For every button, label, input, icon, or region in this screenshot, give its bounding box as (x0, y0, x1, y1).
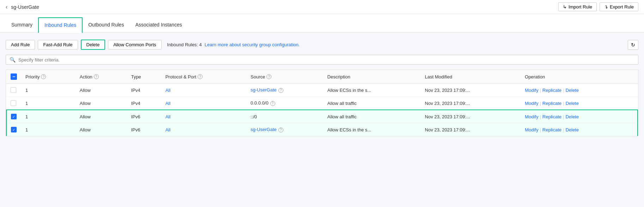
action-cell: Allow (76, 97, 127, 110)
table-row: 1AllowIPv6All::/0Allow all trafficNov 23… (6, 110, 638, 123)
action-cell: Allow (76, 110, 127, 123)
protocol-link[interactable]: All (165, 127, 170, 132)
replicate-link[interactable]: Replicate (542, 127, 561, 132)
action-cell: Allow (76, 84, 127, 97)
protocol-cell: All (161, 123, 246, 136)
delete-link[interactable]: Delete (566, 127, 579, 132)
operation-header: Operation (520, 70, 638, 84)
protocol-cell: All (161, 84, 246, 97)
replicate-link[interactable]: Replicate (542, 88, 561, 93)
description-cell: Allow ECSs in the s... (323, 84, 421, 97)
source-help-icon[interactable]: ? (278, 128, 283, 132)
source-text: ::/0 (251, 114, 257, 119)
modify-link[interactable]: Modify (525, 127, 538, 132)
op-separator-1: | (540, 101, 541, 106)
op-separator-1: | (540, 127, 541, 132)
delete-link[interactable]: Delete (566, 101, 579, 106)
row-checkbox[interactable] (11, 87, 16, 93)
source-help-icon[interactable]: ? (266, 74, 271, 79)
operation-cell: Modify|Replicate|Delete (520, 110, 638, 123)
source-cell: ::/0 (246, 110, 323, 123)
modify-link[interactable]: Modify (525, 101, 538, 106)
tab-associated-instances[interactable]: Associated Instances (130, 18, 187, 32)
search-input[interactable] (18, 57, 634, 63)
delete-link[interactable]: Delete (566, 114, 579, 119)
replicate-link[interactable]: Replicate (542, 114, 561, 119)
op-separator-2: | (563, 101, 564, 106)
content-area: Add Rule Fast-Add Rule Delete Allow Comm… (0, 32, 644, 207)
action-header: Action ? (76, 70, 127, 84)
tab-outbound-rules[interactable]: Outbound Rules (83, 18, 130, 32)
search-icon: 🔍 (10, 57, 16, 63)
table-row: 1AllowIPv4Allsg-UserGate?Allow ECSs in t… (6, 84, 638, 97)
source-header: Source ? (246, 70, 323, 84)
type-header: Type (127, 70, 161, 84)
source-cell: sg-UserGate? (246, 123, 323, 136)
protocol-header: Protocol & Port ? (161, 70, 246, 84)
protocol-cell: All (161, 97, 246, 110)
allow-common-ports-button[interactable]: Allow Common Ports (108, 40, 161, 49)
refresh-button[interactable]: ↻ (628, 40, 638, 50)
source-help-icon[interactable]: ? (270, 101, 275, 106)
last-modified-header: Last Modified (421, 70, 520, 84)
last-modified-cell: Nov 23, 2023 17:09:... (421, 84, 520, 97)
tab-bar: Summary Inbound Rules Outbound Rules Ass… (0, 14, 644, 32)
top-bar-right: ↳ Import Rule ↴ Export Rule (558, 2, 638, 11)
row-checkbox[interactable] (11, 114, 17, 119)
add-rule-button[interactable]: Add Rule (6, 40, 35, 49)
row-checkbox[interactable] (11, 127, 17, 132)
delete-button[interactable]: Delete (81, 40, 106, 50)
replicate-link[interactable]: Replicate (542, 101, 561, 106)
action-help-icon[interactable]: ? (94, 74, 99, 79)
checkbox-header[interactable] (6, 70, 21, 84)
op-separator-2: | (563, 114, 564, 119)
priority-help-icon[interactable]: ? (41, 74, 46, 79)
modify-link[interactable]: Modify (525, 114, 538, 119)
tab-inbound-rules[interactable]: Inbound Rules (38, 17, 83, 33)
modify-link[interactable]: Modify (525, 88, 538, 93)
export-icon: ↴ (604, 4, 608, 10)
row-checkbox[interactable] (11, 100, 16, 106)
protocol-help-icon[interactable]: ? (198, 74, 203, 79)
protocol-cell: All (161, 110, 246, 123)
fast-add-rule-button[interactable]: Fast-Add Rule (38, 40, 78, 49)
learn-more-link[interactable]: Learn more about security group configur… (205, 42, 300, 47)
priority-header: Priority ? (21, 70, 76, 84)
rules-table: Priority ? Action ? Type (6, 70, 638, 136)
description-cell: Allow all traffic (323, 110, 421, 123)
operation-cell: Modify|Replicate|Delete (520, 123, 638, 136)
last-modified-cell: Nov 23, 2023 17:09:... (421, 123, 520, 136)
protocol-link[interactable]: All (165, 101, 170, 106)
table-row: 1AllowIPv6Allsg-UserGate?Allow ECSs in t… (6, 123, 638, 136)
operation-cell: Modify|Replicate|Delete (520, 97, 638, 110)
type-cell: IPv4 (127, 97, 161, 110)
priority-cell: 1 (21, 123, 76, 136)
search-bar: 🔍 (6, 55, 638, 65)
rules-info: Inbound Rules: 4 (167, 42, 202, 47)
priority-cell: 1 (21, 110, 76, 123)
op-separator-1: | (540, 114, 541, 119)
export-rule-button[interactable]: ↴ Export Rule (600, 2, 638, 11)
import-rule-button[interactable]: ↳ Import Rule (558, 2, 597, 11)
page-title: sg-UserGate (11, 4, 39, 10)
description-cell: Allow ECSs in the s... (323, 123, 421, 136)
priority-cell: 1 (21, 97, 76, 110)
delete-link[interactable]: Delete (566, 88, 579, 93)
last-modified-cell: Nov 23, 2023 17:09:... (421, 110, 520, 123)
protocol-link[interactable]: All (165, 114, 170, 119)
source-text: 0.0.0.0/0 (251, 100, 269, 106)
tab-summary[interactable]: Summary (6, 18, 38, 32)
last-modified-cell: Nov 23, 2023 17:09:... (421, 97, 520, 110)
top-bar-left: ‹ sg-UserGate (6, 4, 39, 10)
back-button[interactable]: ‹ (6, 4, 7, 10)
type-cell: IPv6 (127, 123, 161, 136)
description-cell: Allow all traffic (323, 97, 421, 110)
source-link[interactable]: sg-UserGate (251, 127, 277, 132)
table-header-row: Priority ? Action ? Type (6, 70, 638, 84)
source-cell: 0.0.0.0/0? (246, 97, 323, 110)
action-cell: Allow (76, 123, 127, 136)
source-link[interactable]: sg-UserGate (251, 87, 277, 93)
op-separator-1: | (540, 88, 541, 93)
source-help-icon[interactable]: ? (278, 88, 283, 93)
protocol-link[interactable]: All (165, 88, 170, 93)
